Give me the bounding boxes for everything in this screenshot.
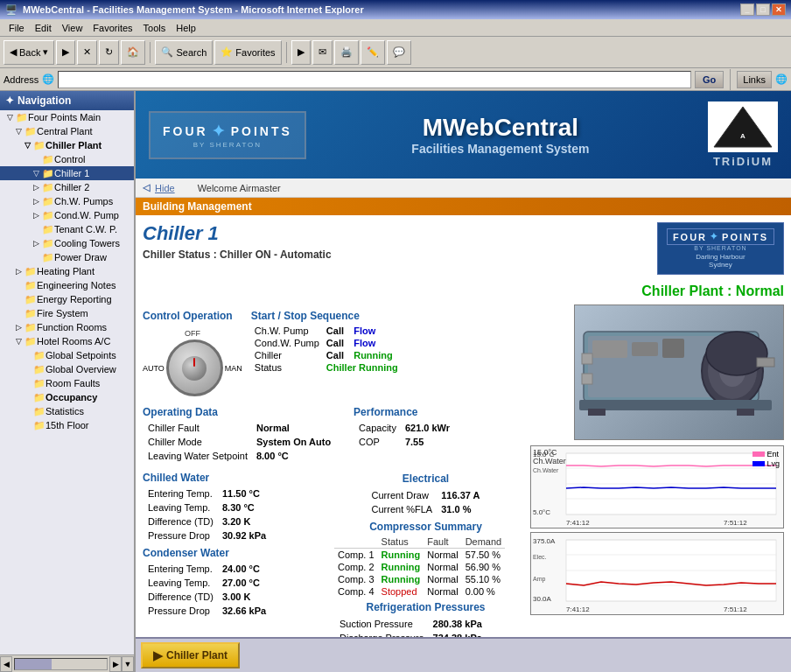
scroll-right-button[interactable]: ▶	[109, 656, 122, 672]
comp-fault-1: Normal	[424, 561, 461, 573]
sidebar-label: Room Faults	[46, 378, 100, 388]
sidebar-item-tenant-cw[interactable]: 📁 Tenant C.W. P.	[0, 222, 134, 236]
menu-view[interactable]: View	[57, 21, 88, 35]
cdw-label-3: Pressure Drop	[144, 605, 217, 617]
sidebar-item-engineering-notes[interactable]: 📁 Engineering Notes	[0, 278, 134, 292]
sidebar-item-hotel-rooms-ac[interactable]: ▽ 📁 Hotel Rooms A/C	[0, 334, 134, 348]
expand-icon-empty	[21, 377, 33, 389]
bottom-nav: ▶ Chiller Plant	[136, 637, 791, 672]
sidebar-content[interactable]: ▽ 📁 Four Points Main ▽ 📁 Central Plant ▽…	[0, 110, 134, 654]
sidebar-item-global-overview[interactable]: 📁 Global Overview	[0, 362, 134, 376]
expand-icon[interactable]: ▷	[12, 265, 24, 277]
sidebar-label: Central Plant	[37, 126, 93, 136]
favorites-button[interactable]: ⭐ Favorites	[214, 40, 281, 65]
sidebar-label: Cooling Towers	[54, 238, 120, 248]
folder-icon: 📁	[24, 336, 37, 347]
minimize-button[interactable]: _	[740, 4, 754, 16]
perf-val-0: 621.0 kWr	[402, 422, 453, 434]
ss-col2-1: Flow	[350, 337, 402, 349]
sidebar-item-control[interactable]: 📁 Control	[0, 152, 134, 166]
sidebar-item-room-faults[interactable]: 📁 Room Faults	[0, 376, 134, 390]
folder-icon: 📁	[33, 392, 46, 403]
sidebar-label: Four Points Main	[28, 112, 101, 122]
expand-icon[interactable]: ▽	[12, 125, 24, 137]
scroll-left-button[interactable]: ◀	[0, 656, 12, 672]
control-dial[interactable]	[166, 340, 223, 396]
comp-fault-0: Normal	[424, 549, 461, 562]
sidebar-item-cooling-towers[interactable]: ▷ 📁 Cooling Towers	[0, 236, 134, 250]
discuss-button[interactable]: 💬	[387, 40, 411, 65]
cw-val-1: 8.30 °C	[219, 501, 270, 514]
sidebar-item-function-rooms[interactable]: ▷ 📁 Function Rooms	[0, 320, 134, 334]
close-button[interactable]: ✕	[772, 4, 786, 16]
sidebar-item-chw-pumps[interactable]: ▷ 📁 Ch.W. Pumps	[0, 194, 134, 208]
expand-icon[interactable]: ▷	[30, 237, 42, 249]
stop-button[interactable]: ✕	[77, 40, 97, 65]
address-input[interactable]	[58, 71, 691, 88]
menu-edit[interactable]: Edit	[30, 21, 57, 35]
edit-button[interactable]: ✏️	[360, 40, 385, 65]
sidebar-item-statistics[interactable]: 📁 Statistics	[0, 404, 134, 418]
print-button[interactable]: 🖨️	[334, 40, 359, 65]
elec-val-0: 116.37 A	[438, 489, 483, 501]
home-button[interactable]: 🏠	[121, 40, 145, 65]
svg-point-7	[706, 332, 767, 375]
expand-icon[interactable]: ▽	[30, 167, 42, 179]
svg-rect-8	[592, 340, 627, 358]
sidebar-item-chiller-2[interactable]: ▷ 📁 Chiller 2	[0, 180, 134, 194]
scroll-down-button[interactable]: ▼	[122, 656, 134, 672]
media-button[interactable]: ▶	[291, 40, 311, 65]
refresh-button[interactable]: ↻	[99, 40, 119, 65]
sidebar-item-condw-pump[interactable]: ▷ 📁 Cond.W. Pump	[0, 208, 134, 222]
sidebar-item-energy-reporting[interactable]: 📁 Energy Reporting	[0, 292, 134, 306]
table-row: Comp. 4 Stopped Normal 0.00 %	[334, 585, 505, 598]
od-label-2: Leaving Water Setpoint	[144, 450, 251, 462]
dial-indicator	[193, 358, 195, 367]
table-row: Leaving Water Setpoint 8.00 °C	[144, 450, 334, 462]
hide-link[interactable]: Hide	[155, 183, 175, 193]
expand-icon[interactable]: ▷	[30, 209, 42, 221]
expand-icon[interactable]: ▷	[30, 195, 42, 207]
search-button[interactable]: 🔍 Search	[155, 40, 213, 65]
table-row: Comp. 2 Running Normal 56.90 %	[334, 561, 505, 573]
comp-name-0: Comp. 1	[334, 549, 378, 562]
sidebar-item-chiller-plant[interactable]: ▽ 📁 Chiller Plant	[0, 138, 134, 152]
sidebar-item-power-draw[interactable]: 📁 Power Draw	[0, 250, 134, 264]
expand-icon-empty	[21, 419, 33, 431]
sidebar-item-fire-system[interactable]: 📁 Fire System	[0, 306, 134, 320]
menu-tools[interactable]: Tools	[138, 21, 172, 35]
sidebar-item-15th-floor[interactable]: 📁 15th Floor	[0, 418, 134, 432]
expand-icon[interactable]: ▽	[12, 335, 24, 347]
expand-icon[interactable]: ▽	[4, 111, 16, 123]
mail-button[interactable]: ✉	[312, 40, 332, 65]
elec-val-1: 31.0 %	[438, 503, 483, 515]
ref-val-0: 280.38 kPa	[430, 618, 486, 630]
sidebar-item-heating-plant[interactable]: ▷ 📁 Heating Plant	[0, 264, 134, 278]
links-button[interactable]: Links	[737, 71, 772, 88]
performance-table: Capacity 621.0 kWr COP 7.55	[354, 420, 455, 450]
maximize-button[interactable]: □	[756, 4, 770, 16]
sidebar-item-global-setpoints[interactable]: 📁 Global Setpoints	[0, 348, 134, 362]
table-row: Chiller Fault Normal	[144, 422, 334, 434]
go-button[interactable]: Go	[695, 71, 724, 88]
dial-off-label: OFF	[143, 329, 242, 338]
menu-file[interactable]: File	[4, 21, 30, 35]
svg-marker-0	[714, 107, 772, 147]
expand-icon[interactable]: ▽	[21, 139, 33, 151]
sidebar-item-four-points-main[interactable]: ▽ 📁 Four Points Main	[0, 110, 134, 124]
chiller-plant-nav-button[interactable]: ▶ Chiller Plant	[141, 642, 240, 668]
menu-help[interactable]: Help	[171, 21, 201, 35]
back-button[interactable]: ◀ Back ▾	[4, 40, 54, 65]
svg-text:375.0A: 375.0A	[533, 537, 556, 545]
sidebar-item-central-plant[interactable]: ▽ 📁 Central Plant	[0, 124, 134, 138]
expand-icon[interactable]: ▷	[30, 181, 42, 193]
expand-icon-empty	[30, 153, 42, 165]
sidebar-item-occupancy[interactable]: 📁 Occupancy	[0, 390, 134, 404]
sidebar-label: Hotel Rooms A/C	[37, 336, 110, 346]
expand-icon[interactable]: ▷	[12, 321, 24, 333]
airmaster-logo: A	[708, 102, 778, 152]
forward-button[interactable]: ▶	[56, 40, 75, 65]
comp-fault-3: Normal	[424, 585, 461, 598]
sidebar-item-chiller-1[interactable]: ▽ 📁 Chiller 1	[0, 166, 134, 180]
menu-favorites[interactable]: Favorites	[88, 21, 137, 35]
